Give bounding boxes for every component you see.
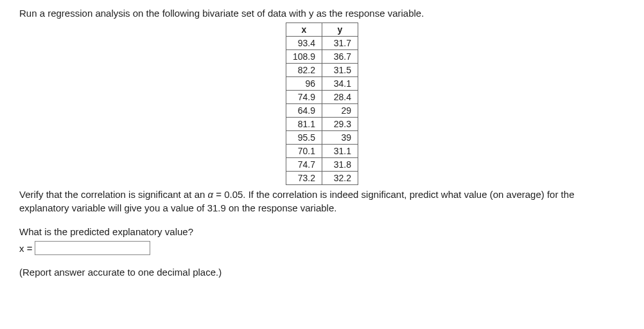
cell-x: 82.2 [286, 64, 322, 77]
alpha-symbol: α [208, 189, 214, 200]
cell-y: 28.4 [322, 91, 358, 104]
header-x: x [286, 23, 322, 37]
header-y: y [322, 23, 358, 37]
table-row: 73.232.2 [286, 172, 358, 185]
table-row: 70.131.1 [286, 145, 358, 158]
data-table: x y 93.431.7 108.936.7 82.231.5 9634.1 7… [286, 22, 358, 185]
cell-y: 31.8 [322, 158, 358, 172]
cell-x: 74.7 [286, 158, 322, 172]
answer-label: x = [19, 243, 32, 254]
cell-y: 29.3 [322, 118, 358, 131]
cell-x: 93.4 [286, 37, 322, 50]
table-row: 64.929 [286, 104, 358, 118]
cell-y: 31.1 [322, 145, 358, 158]
cell-x: 96 [286, 77, 322, 91]
verify-text: Verify that the correlation is significa… [19, 188, 625, 215]
answer-input[interactable] [35, 241, 150, 255]
cell-x: 64.9 [286, 104, 322, 118]
cell-y: 29 [322, 104, 358, 118]
cell-x: 70.1 [286, 145, 322, 158]
table-body: 93.431.7 108.936.7 82.231.5 9634.1 74.92… [286, 37, 358, 185]
cell-x: 81.1 [286, 118, 322, 131]
table-row: 9634.1 [286, 77, 358, 91]
table-row: 108.936.7 [286, 50, 358, 64]
cell-x: 74.9 [286, 91, 322, 104]
cell-y: 39 [322, 131, 358, 145]
cell-y: 31.7 [322, 37, 358, 50]
cell-y: 34.1 [322, 77, 358, 91]
verify-pre: Verify that the correlation is significa… [19, 189, 208, 200]
table-row: 74.928.4 [286, 91, 358, 104]
cell-x: 108.9 [286, 50, 322, 64]
question-text: What is the predicted explanatory value? [19, 226, 625, 237]
table-row: 74.731.8 [286, 158, 358, 172]
table-row: 93.431.7 [286, 37, 358, 50]
report-hint: (Report answer accurate to one decimal p… [19, 267, 625, 278]
intro-text: Run a regression analysis on the followi… [19, 8, 625, 19]
cell-x: 73.2 [286, 172, 322, 185]
table-row: 95.539 [286, 131, 358, 145]
table-row: 82.231.5 [286, 64, 358, 77]
cell-x: 95.5 [286, 131, 322, 145]
cell-y: 32.2 [322, 172, 358, 185]
table-row: 81.129.3 [286, 118, 358, 131]
cell-y: 36.7 [322, 50, 358, 64]
cell-y: 31.5 [322, 64, 358, 77]
